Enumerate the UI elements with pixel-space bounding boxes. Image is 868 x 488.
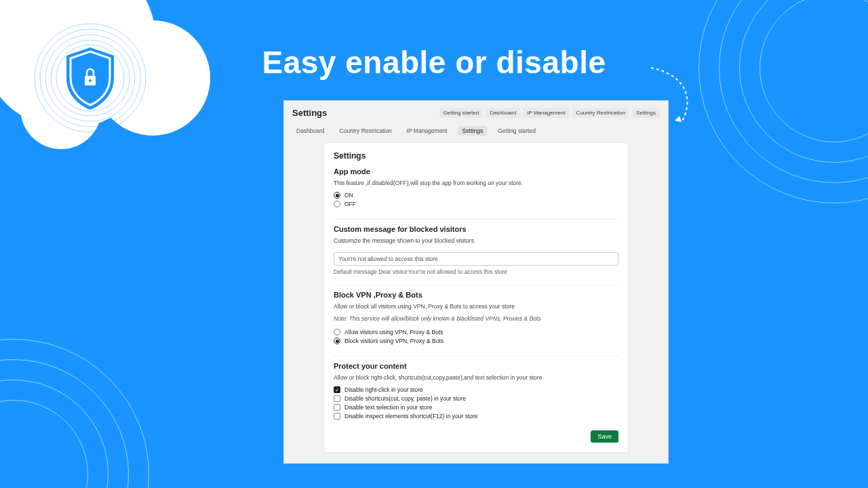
custom-message-description: Customize the message shown to your bloc… bbox=[334, 237, 618, 244]
protect-shortcuts-label: Disable shortcuts(cut, copy, paste) in y… bbox=[344, 395, 466, 402]
protect-inspect-label: Disable inspect elements shortcut(F12) i… bbox=[344, 413, 478, 420]
tab-row: Dashboard Country Restrication IP Manage… bbox=[284, 122, 668, 142]
app-mode-description: This feature ,if disabled(OFF),will stop… bbox=[334, 180, 618, 186]
window-header: Settings Getting started Dashboard IP Ma… bbox=[284, 101, 668, 122]
pill-ip-management[interactable]: IP Management bbox=[523, 108, 569, 118]
custom-message-hint: Default message:Dear visitorYour're not … bbox=[334, 268, 618, 275]
custom-message-heading: Custom message for blocked visitors bbox=[334, 225, 618, 233]
section-protect-content: Protect your content Allow or block righ… bbox=[334, 356, 618, 420]
svg-point-6 bbox=[89, 79, 92, 82]
panel-title: Settings bbox=[334, 151, 618, 161]
vpn-note: Note: This service will allow/block only… bbox=[334, 315, 618, 322]
vpn-block-radio[interactable]: Block visitors using VPN, Proxy & Bots bbox=[334, 338, 618, 344]
checkbox-icon bbox=[334, 395, 340, 402]
app-mode-heading: App mode bbox=[334, 167, 618, 176]
decorative-arcs-bottom-left bbox=[0, 339, 149, 488]
protect-rightclick-label: Disable right-click in your store bbox=[344, 386, 423, 393]
protect-textsel-label: Disable text selection in your store bbox=[344, 404, 432, 411]
protect-shortcuts-checkbox[interactable]: Disable shortcuts(cut, copy, paste) in y… bbox=[334, 395, 618, 402]
protect-heading: Protect your content bbox=[334, 362, 618, 370]
shield-lock-icon bbox=[33, 20, 148, 136]
settings-window: Settings Getting started Dashboard IP Ma… bbox=[283, 100, 669, 464]
save-button[interactable]: Save bbox=[591, 430, 618, 443]
protect-rightclick-checkbox[interactable]: Disable right-click in your store bbox=[334, 386, 618, 393]
page-title: Settings bbox=[292, 108, 327, 118]
pill-getting-started[interactable]: Getting started bbox=[439, 108, 483, 118]
header-nav-pills: Getting started Dashboard IP Management … bbox=[439, 108, 660, 118]
protect-inspect-checkbox[interactable]: Disable inspect elements shortcut(F12) i… bbox=[334, 413, 618, 420]
radio-icon bbox=[334, 329, 340, 336]
tab-dashboard[interactable]: Dashboard bbox=[292, 126, 329, 136]
tab-getting-started[interactable]: Getting started bbox=[494, 126, 540, 136]
radio-icon bbox=[334, 192, 340, 199]
app-mode-on-label: ON bbox=[344, 192, 353, 199]
section-custom-message: Custom message for blocked visitors Cust… bbox=[334, 219, 618, 285]
tab-country-restrication[interactable]: Country Restrication bbox=[336, 126, 396, 136]
section-block-vpn: Block VPN ,Proxy & Bots Allow or block a… bbox=[334, 285, 618, 356]
app-mode-off-radio[interactable]: OFF bbox=[334, 201, 618, 207]
protect-description: Allow or block right-click, shortcuts(cu… bbox=[334, 374, 618, 381]
checkbox-icon bbox=[334, 413, 340, 420]
custom-message-input[interactable] bbox=[334, 252, 618, 266]
tab-ip-management[interactable]: IP Management bbox=[403, 126, 452, 136]
vpn-allow-radio[interactable]: Allow visitors using VPN, Proxy & Bots bbox=[334, 329, 618, 336]
pill-country-restrication[interactable]: Country Restrication bbox=[572, 108, 629, 118]
save-row: Save bbox=[334, 430, 618, 443]
radio-icon bbox=[334, 201, 340, 207]
vpn-description: Allow or block all visitors using VPN, P… bbox=[334, 303, 618, 310]
checkbox-icon bbox=[334, 386, 340, 393]
protect-textsel-checkbox[interactable]: Disable text selection in your store bbox=[334, 404, 618, 411]
pill-dashboard[interactable]: Dashboard bbox=[486, 108, 520, 118]
radio-icon bbox=[334, 338, 340, 344]
hero-title: Easy enable or disable bbox=[262, 44, 606, 81]
pill-settings[interactable]: Settings bbox=[632, 108, 660, 118]
section-app-mode: App mode This feature ,if disabled(OFF),… bbox=[334, 167, 618, 219]
settings-panel: Settings App mode This feature ,if disab… bbox=[323, 142, 629, 453]
vpn-heading: Block VPN ,Proxy & Bots bbox=[334, 291, 618, 299]
vpn-block-label: Block visitors using VPN, Proxy & Bots bbox=[344, 338, 443, 344]
app-mode-on-radio[interactable]: ON bbox=[334, 192, 618, 199]
app-mode-off-label: OFF bbox=[344, 201, 356, 207]
tab-settings[interactable]: Settings bbox=[458, 126, 487, 136]
decorative-arcs-top-right bbox=[698, 0, 868, 203]
vpn-allow-label: Allow visitors using VPN, Proxy & Bots bbox=[344, 329, 443, 336]
checkbox-icon bbox=[334, 404, 340, 411]
